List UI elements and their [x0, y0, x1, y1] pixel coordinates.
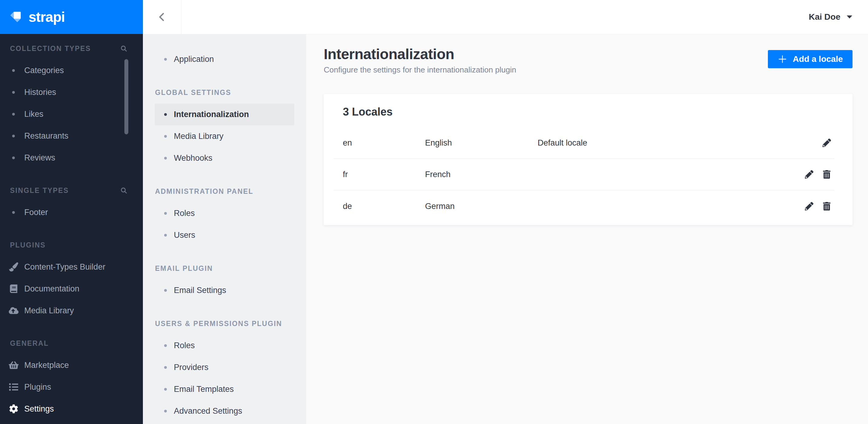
- section-header: COLLECTION TYPES: [0, 38, 143, 60]
- sidebar-item-label: Footer: [24, 208, 48, 217]
- bullet-dot-icon: [12, 69, 15, 72]
- settings-item-advanced-settings[interactable]: Advanced Settings: [155, 400, 294, 422]
- sidebar-item-marketplace[interactable]: Marketplace: [0, 354, 143, 376]
- brand-wordmark: strapi: [29, 9, 65, 25]
- bullet-dot-icon: [164, 212, 167, 215]
- locales-card: 3 Locales en English Default locale fr F…: [324, 94, 852, 225]
- sidebar-item-documentation[interactable]: Documentation: [0, 278, 143, 300]
- settings-item-label: Internationalization: [174, 110, 249, 119]
- settings-item-label: Webhooks: [174, 154, 212, 163]
- settings-item-webhooks[interactable]: Webhooks: [155, 147, 294, 169]
- pencil-icon: [823, 139, 831, 147]
- settings-item-media-library[interactable]: Media Library: [155, 125, 294, 147]
- locales-card-title: 3 Locales: [324, 105, 852, 118]
- sidebar-item-label: Categories: [24, 66, 64, 75]
- sidebar-item-label: Documentation: [24, 284, 80, 294]
- add-locale-label: Add a locale: [793, 54, 843, 64]
- back-button[interactable]: [143, 0, 181, 34]
- strapi-logo[interactable]: strapi: [0, 0, 143, 34]
- sidebar-item-footer[interactable]: Footer: [0, 201, 143, 223]
- section-single-types: SINGLE TYPES Footer: [0, 180, 143, 223]
- settings-item-email-templates[interactable]: Email Templates: [155, 378, 294, 400]
- main-content: Internationalization Configure the setti…: [306, 34, 868, 424]
- sidebar-item-label: Restaurants: [24, 131, 68, 141]
- row-actions: [805, 170, 834, 179]
- locale-name: English: [425, 138, 537, 148]
- locale-code: de: [343, 202, 425, 211]
- settings-item-up-roles[interactable]: Roles: [155, 334, 294, 356]
- sidebar-item-reviews[interactable]: Reviews: [0, 147, 143, 169]
- bullet-dot-icon: [12, 113, 15, 116]
- locale-code: en: [343, 138, 425, 148]
- basket-icon: [8, 360, 19, 370]
- bullet-dot-icon: [164, 388, 167, 391]
- search-icon[interactable]: [120, 187, 128, 194]
- bullet-dot-icon: [164, 289, 167, 292]
- locale-code: fr: [343, 170, 425, 179]
- search-icon[interactable]: [120, 44, 128, 53]
- settings-item-label: Email Templates: [174, 385, 234, 394]
- settings-section-label: USERS & PERMISSIONS PLUGIN: [143, 313, 306, 334]
- section-label: COLLECTION TYPES: [10, 44, 91, 53]
- settings-item-internationalization[interactable]: Internationalization: [155, 103, 294, 125]
- settings-section-label: GLOBAL SETTINGS: [143, 81, 306, 103]
- sidebar-item-settings[interactable]: Settings: [0, 398, 143, 420]
- sidebar-item-label: Reviews: [24, 153, 55, 163]
- section-header: PLUGINS: [0, 234, 143, 256]
- settings-item-label: Roles: [174, 209, 195, 218]
- settings-item-label: Users: [174, 230, 195, 240]
- edit-locale-button[interactable]: [805, 202, 814, 211]
- locale-row-de: de German: [334, 191, 834, 222]
- sidebar-item-media-library[interactable]: Media Library: [0, 300, 143, 322]
- sidebar-item-label: Marketplace: [24, 361, 69, 370]
- cloud-upload-icon: [8, 306, 19, 316]
- user-menu[interactable]: Kai Doe: [809, 12, 868, 22]
- bullet-dot-icon: [164, 157, 167, 160]
- sidebar-item-label: Content-Types Builder: [24, 262, 105, 272]
- sidebar-scrollbar[interactable]: [124, 59, 128, 134]
- bullet-dot-icon: [164, 234, 167, 236]
- bullet-dot-icon: [164, 135, 167, 138]
- edit-locale-button[interactable]: [822, 138, 831, 148]
- user-name: Kai Doe: [809, 12, 840, 22]
- settings-item-application[interactable]: Application: [155, 48, 294, 70]
- sidebar-item-restaurants[interactable]: Restaurants: [0, 125, 143, 147]
- trash-icon: [823, 202, 831, 210]
- sidebar-item-likes[interactable]: Likes: [0, 103, 143, 125]
- section-label: PLUGINS: [10, 241, 46, 249]
- settings-item-label: Providers: [174, 363, 209, 372]
- sidebar-item-content-types-builder[interactable]: Content-Types Builder: [0, 256, 143, 278]
- caret-down-icon: [846, 15, 852, 19]
- sidebar-item-histories[interactable]: Histories: [0, 81, 143, 103]
- settings-item-admin-users[interactable]: Users: [155, 224, 294, 246]
- topbar: Kai Doe: [143, 0, 868, 34]
- sidebar-item-label: Likes: [24, 109, 43, 119]
- sidebar-item-categories[interactable]: Categories: [0, 60, 143, 81]
- locale-row-fr: fr French: [334, 159, 834, 191]
- settings-item-label: Email Settings: [174, 286, 226, 295]
- add-locale-button[interactable]: Add a locale: [768, 50, 852, 68]
- settings-item-providers[interactable]: Providers: [155, 356, 294, 378]
- delete-locale-button[interactable]: [822, 202, 831, 211]
- settings-item-label: Roles: [174, 341, 195, 350]
- page-subtitle: Configure the settings for the internati…: [324, 65, 516, 75]
- page-title: Internationalization: [324, 46, 516, 63]
- strapi-logo-mark-icon: [9, 10, 23, 24]
- sidebar-item-label: Histories: [24, 88, 56, 97]
- sidebar-item-plugins[interactable]: Plugins: [0, 376, 143, 398]
- settings-section-label: EMAIL PLUGIN: [143, 258, 306, 279]
- section-header: GENERAL: [0, 332, 143, 354]
- locale-name: German: [425, 202, 537, 211]
- edit-locale-button[interactable]: [805, 170, 814, 179]
- delete-locale-button[interactable]: [822, 170, 831, 179]
- sidebar-item-label: Media Library: [24, 306, 74, 316]
- paintbrush-icon: [8, 262, 19, 271]
- settings-item-email-settings[interactable]: Email Settings: [155, 279, 294, 301]
- sidebar-item-label: Plugins: [24, 383, 51, 392]
- bullet-dot-icon: [12, 157, 15, 159]
- bullet-dot-icon: [164, 410, 167, 413]
- settings-item-admin-roles[interactable]: Roles: [155, 202, 294, 224]
- row-actions: [805, 202, 834, 211]
- trash-icon: [823, 170, 831, 178]
- bullet-dot-icon: [12, 211, 15, 214]
